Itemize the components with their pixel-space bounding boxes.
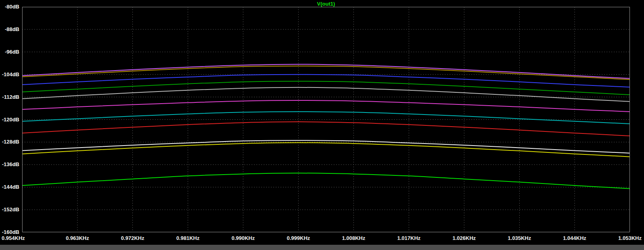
y-tick-label: -128dB	[0, 139, 19, 145]
chart-canvas	[22, 7, 630, 232]
x-tick-label: 1.008KHz	[338, 235, 370, 242]
y-tick-label: -120dB	[0, 117, 19, 123]
trace-curve-5[interactable]	[22, 88, 630, 102]
x-tick-label: 0.972KHz	[117, 235, 149, 242]
trace-curve-10[interactable]	[22, 143, 630, 157]
plot-title[interactable]: V(out1)	[22, 1, 630, 7]
x-tick-label: 1.017KHz	[393, 235, 425, 242]
trace-curve-11[interactable]	[22, 173, 630, 188]
x-tick-label: 0.981KHz	[172, 235, 204, 242]
x-tick-label: 1.053KHz	[614, 235, 644, 242]
trace-curve-6[interactable]	[22, 100, 630, 112]
x-tick-label: 0.963KHz	[61, 235, 93, 242]
window-bottom-edge	[0, 245, 644, 250]
trace-curve-3[interactable]	[22, 75, 630, 87]
y-tick-label: -136dB	[0, 161, 19, 168]
trace-curve-8[interactable]	[22, 122, 630, 136]
x-tick-label: 1.026KHz	[448, 235, 480, 242]
y-tick-label: -152dB	[0, 206, 19, 213]
trace-curve-9[interactable]	[22, 140, 630, 153]
y-tick-label: -80dB	[0, 4, 19, 10]
x-tick-label: 1.035KHz	[504, 235, 536, 242]
trace-curve-2[interactable]	[22, 66, 630, 80]
plot-area[interactable]	[22, 7, 630, 232]
y-tick-label: -104dB	[0, 71, 19, 78]
x-tick-label: 0.999KHz	[282, 235, 314, 242]
y-tick-label: -88dB	[0, 26, 19, 33]
y-tick-label: -144dB	[0, 184, 19, 190]
y-tick-label: -160dB	[0, 229, 19, 235]
x-tick-label: 0.990KHz	[227, 235, 259, 242]
y-tick-label: -96dB	[0, 49, 19, 55]
x-tick-label: 0.954KHz	[2, 235, 34, 242]
x-tick-label: 1.044KHz	[559, 235, 591, 242]
y-tick-label: -112dB	[0, 94, 19, 100]
